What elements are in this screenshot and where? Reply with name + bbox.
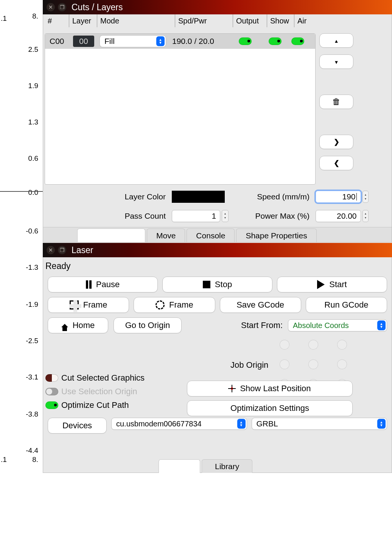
speed-label: Speed (mm/m) bbox=[229, 192, 316, 201]
col-mode[interactable]: Mode bbox=[97, 14, 175, 27]
optimize-path-toggle[interactable] bbox=[45, 401, 58, 409]
show-toggle[interactable] bbox=[269, 37, 282, 45]
layer-color-label: Layer Color bbox=[92, 192, 172, 201]
goto-origin-button[interactable]: Go to Origin bbox=[114, 317, 182, 333]
square-frame-icon bbox=[70, 300, 79, 309]
port-value: cu.usbmodem006677834 bbox=[116, 420, 202, 428]
pause-button[interactable]: Pause bbox=[48, 277, 158, 292]
pass-count-input[interactable]: 1 bbox=[172, 210, 220, 222]
start-from-select[interactable]: Absolute Coords ▲▼ bbox=[288, 319, 387, 331]
cuts-panel-title: Cuts / Layers bbox=[72, 2, 123, 12]
trash-icon: 🗑 bbox=[332, 97, 341, 107]
chevron-down-icon bbox=[334, 58, 339, 66]
frame-square-button[interactable]: Frame bbox=[48, 297, 129, 313]
layer-list[interactable]: C00 00 Fill ▲▼ 190.0 / 20.0 bbox=[45, 33, 316, 185]
output-toggle[interactable] bbox=[239, 37, 252, 45]
col-spdpwr[interactable]: Spd/Pwr bbox=[175, 14, 233, 27]
laser-status: Ready bbox=[43, 257, 392, 277]
pass-count-label: Pass Count bbox=[92, 211, 172, 221]
col-show[interactable]: Show bbox=[267, 14, 294, 27]
optimize-path-toggle-row: Optimize Cut Path bbox=[45, 400, 145, 410]
pause-icon bbox=[86, 280, 92, 289]
laser-panel: Ready Pause Stop Start Frame Frame Save … bbox=[43, 257, 392, 473]
cut-selected-toggle[interactable] bbox=[45, 374, 58, 382]
option-checks: Cut Selected Graphics Use Selection Orig… bbox=[45, 373, 145, 410]
cuts-panel: # Layer Mode Spd/Pwr Output Show Air C00… bbox=[43, 14, 392, 243]
laser-panel-title: Laser bbox=[72, 245, 93, 255]
library-tabs: Library bbox=[159, 458, 252, 473]
popout-icon[interactable]: ❐ bbox=[58, 3, 66, 11]
layer-id: C00 bbox=[47, 34, 71, 49]
use-selection-toggle-row: Use Selection Origin bbox=[45, 387, 145, 397]
chevron-up-down-icon: ▲▼ bbox=[377, 320, 386, 330]
speed-stepper[interactable] bbox=[362, 191, 369, 203]
chevron-right-icon bbox=[334, 138, 339, 146]
speed-input[interactable]: 190 bbox=[316, 191, 361, 203]
use-selection-toggle bbox=[45, 388, 58, 395]
home-button[interactable]: Home bbox=[48, 317, 108, 333]
canvas-ruler: .1 8. 2.5 1.9 1.3 0.6 0.0 -0.6 -1.3 -1.9… bbox=[0, 0, 43, 477]
start-button[interactable]: Start bbox=[277, 277, 387, 292]
cut-selected-toggle-row: Cut Selected Graphics bbox=[45, 373, 145, 383]
layer-side-buttons: 🗑 bbox=[319, 33, 353, 170]
next-button[interactable] bbox=[319, 135, 353, 149]
prev-button[interactable] bbox=[319, 156, 353, 170]
layer-table-header: # Layer Mode Spd/Pwr Output Show Air bbox=[43, 14, 392, 27]
chevron-up-down-icon: ▲▼ bbox=[156, 36, 165, 46]
move-down-button[interactable] bbox=[319, 54, 353, 69]
pass-count-stepper[interactable] bbox=[222, 210, 229, 222]
circle-frame-icon bbox=[156, 300, 165, 309]
layer-color-swatch[interactable] bbox=[172, 191, 225, 203]
start-from-value: Absolute Coords bbox=[293, 321, 349, 330]
tab-blank[interactable] bbox=[77, 229, 145, 242]
chevron-left-icon bbox=[334, 159, 339, 167]
power-max-stepper[interactable] bbox=[362, 210, 369, 222]
tab-shape-properties[interactable]: Shape Properties bbox=[236, 229, 316, 242]
optimization-settings-button[interactable]: Optimization Settings bbox=[187, 400, 353, 416]
tab-move[interactable]: Move bbox=[147, 229, 185, 242]
power-max-label: Power Max (%) bbox=[229, 211, 316, 221]
show-last-pos-button[interactable]: Show Last Position bbox=[187, 381, 353, 397]
chevron-up-down-icon: ▲▼ bbox=[237, 419, 246, 429]
bottom-tabs: Move Console Shape Properties bbox=[43, 227, 392, 242]
close-icon[interactable]: ✕ bbox=[47, 246, 55, 254]
axis-line bbox=[0, 191, 43, 192]
layer-swatch[interactable]: 00 bbox=[73, 36, 94, 47]
mode-value: Fill bbox=[104, 37, 115, 46]
col-number[interactable]: # bbox=[45, 14, 69, 27]
start-from-label: Start From: bbox=[241, 320, 283, 330]
ruler-left-fragment: .1 bbox=[1, 14, 7, 23]
save-gcode-button[interactable]: Save GCode bbox=[220, 297, 301, 313]
layer-row[interactable]: C00 00 Fill ▲▼ 190.0 / 20.0 bbox=[45, 34, 315, 49]
stop-icon bbox=[203, 281, 210, 288]
delete-layer-button[interactable]: 🗑 bbox=[319, 95, 353, 109]
crosshair-icon bbox=[229, 385, 235, 392]
col-air[interactable]: Air bbox=[294, 14, 312, 27]
home-icon bbox=[61, 324, 68, 327]
stop-button[interactable]: Stop bbox=[162, 277, 272, 292]
run-gcode-button[interactable]: Run GCode bbox=[306, 297, 387, 313]
tab-library[interactable]: Library bbox=[202, 459, 252, 473]
power-max-input[interactable]: 20.00 bbox=[316, 210, 361, 222]
tab-console[interactable]: Console bbox=[187, 229, 235, 242]
play-icon bbox=[317, 280, 325, 289]
firmware-value: GRBL bbox=[257, 419, 278, 428]
devices-button[interactable]: Devices bbox=[48, 418, 107, 434]
cuts-panel-titlebar[interactable]: ✕ ❐ Cuts / Layers bbox=[43, 0, 392, 14]
mode-select[interactable]: Fill ▲▼ bbox=[100, 35, 166, 47]
air-toggle[interactable] bbox=[291, 37, 304, 45]
chevron-up-icon bbox=[334, 36, 339, 45]
firmware-select[interactable]: GRBL ▲▼ bbox=[252, 418, 387, 430]
tab-active-blank[interactable] bbox=[159, 459, 200, 473]
chevron-up-down-icon: ▲▼ bbox=[377, 419, 386, 429]
frame-rubber-button[interactable]: Frame bbox=[134, 297, 215, 313]
spd-pwr-value: 190.0 / 20.0 bbox=[169, 34, 228, 49]
popout-icon[interactable]: ❐ bbox=[58, 246, 66, 254]
col-output[interactable]: Output bbox=[233, 14, 267, 27]
col-layer[interactable]: Layer bbox=[69, 14, 97, 27]
laser-panel-titlebar[interactable]: ✕ ❐ Laser bbox=[43, 243, 392, 257]
close-icon[interactable]: ✕ bbox=[47, 3, 55, 11]
move-up-button[interactable] bbox=[319, 33, 353, 48]
port-select[interactable]: cu.usbmodem006677834 ▲▼ bbox=[111, 418, 247, 430]
